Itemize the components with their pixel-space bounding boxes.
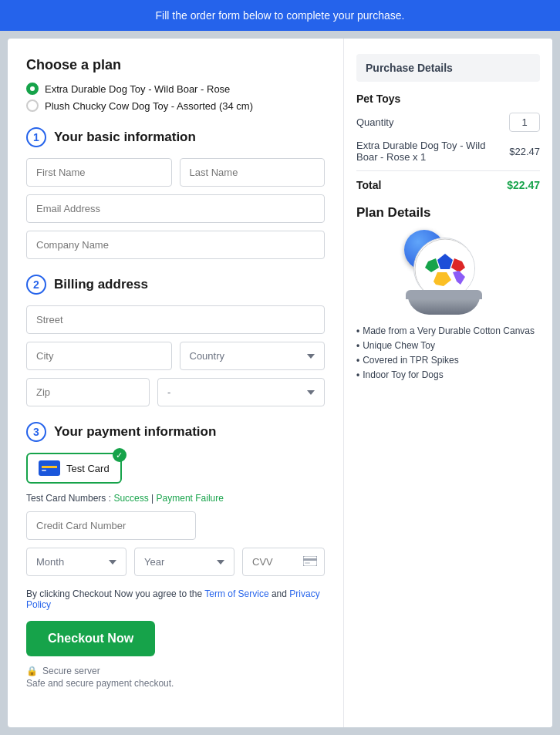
product-image bbox=[398, 230, 498, 315]
country-select[interactable]: Country bbox=[180, 342, 326, 370]
features-list: • Made from a Very Durable Cotton Canvas… bbox=[356, 325, 540, 380]
feature-item: • Covered in TPR Spikes bbox=[356, 355, 540, 366]
test-card-label: Test Card Numbers : bbox=[26, 493, 111, 504]
company-row bbox=[26, 231, 325, 259]
purchase-details-header: Purchase Details bbox=[356, 54, 540, 82]
state-select[interactable]: - bbox=[157, 378, 325, 406]
safe-text: Safe and secure payment checkout. bbox=[26, 678, 325, 689]
plan-option-1[interactable]: Extra Durable Dog Toy - Wild Boar - Rose bbox=[26, 83, 325, 95]
item-price: $22.47 bbox=[509, 146, 540, 157]
cvv-svg bbox=[303, 556, 317, 566]
feature-3: Covered in TPR Spikes bbox=[363, 355, 459, 366]
city-country-row: Country bbox=[26, 342, 325, 370]
secure-info: 🔒 Secure server bbox=[26, 666, 325, 676]
feature-item: • Made from a Very Durable Cotton Canvas bbox=[356, 325, 540, 336]
first-name-input[interactable] bbox=[26, 158, 172, 187]
svg-rect-1 bbox=[42, 466, 57, 468]
quantity-label: Quantity bbox=[356, 116, 393, 128]
radio-selected-icon bbox=[26, 83, 39, 95]
item-name: Extra Durable Dog Toy - Wild Boar - Rose… bbox=[356, 140, 509, 163]
main-content: Choose a plan Extra Durable Dog Toy - Wi… bbox=[8, 39, 552, 727]
radio-unselected-icon bbox=[26, 99, 39, 112]
email-input[interactable] bbox=[26, 194, 325, 223]
city-input[interactable] bbox=[26, 342, 172, 370]
street-input[interactable] bbox=[26, 305, 325, 334]
name-row bbox=[26, 158, 325, 187]
total-label: Total bbox=[356, 179, 381, 191]
basic-info-title: Your basic information bbox=[54, 130, 196, 145]
billing-header: 2 Billing address bbox=[26, 275, 325, 295]
email-row bbox=[26, 194, 325, 223]
basic-info-section: 1 Your basic information bbox=[26, 127, 325, 259]
terms-text: By clicking Checkout Now you agree to th… bbox=[26, 588, 325, 610]
right-panel: Purchase Details Pet Toys Quantity 1 Ext… bbox=[344, 39, 552, 727]
purchase-category: Pet Toys bbox=[356, 93, 540, 105]
terms-before: By clicking Checkout Now you agree to th… bbox=[26, 588, 204, 599]
cvv-wrapper bbox=[242, 548, 325, 576]
last-name-input[interactable] bbox=[180, 158, 326, 187]
zip-state-row: - bbox=[26, 378, 325, 406]
svg-rect-5 bbox=[305, 562, 310, 564]
top-banner: Fill the order form below to complete yo… bbox=[0, 0, 560, 31]
pipe-separator: | bbox=[151, 493, 153, 504]
card-option[interactable]: Test Card ✓ bbox=[26, 453, 122, 484]
total-divider bbox=[356, 170, 540, 171]
bowl-rim bbox=[406, 290, 482, 299]
cc-number-row bbox=[26, 511, 325, 540]
plan-option-1-label: Extra Durable Dog Toy - Wild Boar - Rose bbox=[45, 83, 230, 95]
card-svg bbox=[41, 462, 58, 474]
svg-rect-3 bbox=[303, 556, 317, 566]
street-row bbox=[26, 305, 325, 334]
tos-link[interactable]: Term of Service bbox=[204, 588, 268, 599]
failure-link[interactable]: Payment Failure bbox=[157, 493, 224, 504]
zip-input[interactable] bbox=[26, 378, 150, 406]
feature-4: Indoor Toy for Dogs bbox=[363, 369, 444, 380]
feature-item: • Unique Chew Toy bbox=[356, 340, 540, 351]
card-check-icon: ✓ bbox=[113, 448, 127, 462]
terms-middle: and bbox=[269, 588, 290, 599]
left-panel: Choose a plan Extra Durable Dog Toy - Wi… bbox=[8, 39, 344, 727]
credit-card-icon bbox=[39, 460, 60, 476]
product-image-area bbox=[356, 230, 540, 315]
billing-title: Billing address bbox=[54, 277, 148, 292]
total-price: $22.47 bbox=[507, 179, 540, 191]
total-row: Total $22.47 bbox=[356, 179, 540, 191]
feature-item: • Indoor Toy for Dogs bbox=[356, 369, 540, 380]
svg-rect-2 bbox=[42, 470, 46, 471]
checkout-button[interactable]: Checkout Now bbox=[26, 621, 155, 656]
feature-2: Unique Chew Toy bbox=[363, 340, 435, 351]
svg-rect-4 bbox=[303, 558, 317, 561]
step-2-number: 2 bbox=[26, 275, 46, 295]
cc-number-input[interactable] bbox=[26, 511, 196, 540]
test-card-info: Test Card Numbers : Success | Payment Fa… bbox=[26, 493, 325, 504]
item-row: Extra Durable Dog Toy - Wild Boar - Rose… bbox=[356, 140, 540, 163]
success-link[interactable]: Success bbox=[113, 493, 148, 504]
payment-header: 3 Your payment information bbox=[26, 422, 325, 442]
plan-details-title: Plan Details bbox=[356, 205, 540, 221]
cvv-card-icon bbox=[303, 556, 317, 568]
payment-section: 3 Your payment information Test Card ✓ bbox=[26, 422, 325, 576]
billing-section: 2 Billing address Country - bbox=[26, 275, 325, 406]
card-label-text: Test Card bbox=[66, 463, 110, 474]
plan-option-2-label: Plush Chucky Cow Dog Toy - Assorted (34 … bbox=[45, 100, 253, 112]
quantity-row: Quantity 1 bbox=[356, 113, 540, 132]
plan-option-2[interactable]: Plush Chucky Cow Dog Toy - Assorted (34 … bbox=[26, 99, 325, 112]
company-input[interactable] bbox=[26, 231, 325, 259]
month-select[interactable]: Month 0102 0304 0506 0708 0910 1112 bbox=[26, 548, 127, 576]
page-wrapper: Fill the order form below to complete yo… bbox=[0, 0, 560, 735]
choose-plan-title: Choose a plan bbox=[26, 57, 325, 73]
step-3-number: 3 bbox=[26, 422, 46, 442]
quantity-value[interactable]: 1 bbox=[509, 113, 540, 132]
payment-title: Your payment information bbox=[54, 424, 216, 440]
lock-icon: 🔒 bbox=[26, 666, 38, 676]
secure-label: Secure server bbox=[42, 666, 100, 676]
year-select[interactable]: Year 20242025 20262027 20282029 bbox=[134, 548, 234, 576]
step-1-number: 1 bbox=[26, 127, 46, 147]
feature-1: Made from a Very Durable Cotton Canvas bbox=[363, 325, 535, 336]
month-year-cvv-row: Month 0102 0304 0506 0708 0910 1112 Year… bbox=[26, 548, 325, 576]
banner-text: Fill the order form below to complete yo… bbox=[156, 9, 405, 22]
basic-info-header: 1 Your basic information bbox=[26, 127, 325, 147]
